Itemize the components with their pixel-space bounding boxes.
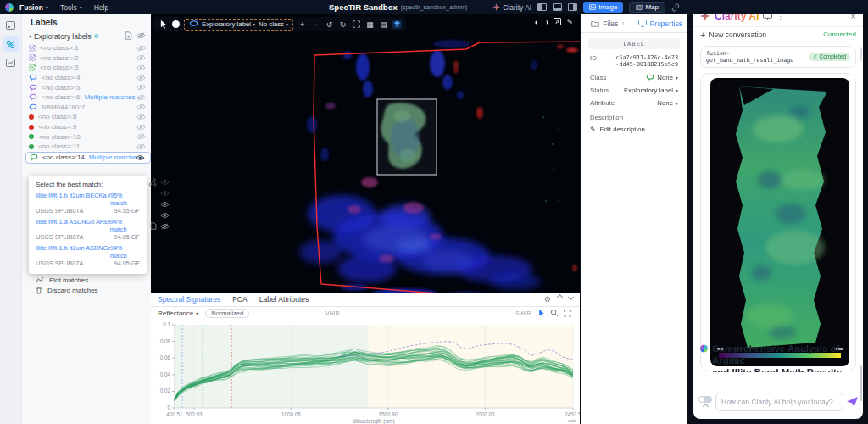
label-list-item[interactable]: <no class>:4	[25, 73, 151, 83]
property-field-id: ID c5a7c911-426c-4e73-dd45-00188235b5c9	[581, 49, 687, 69]
tab-label-attributes[interactable]: Label Attributes	[259, 295, 309, 304]
label-list-item[interactable]: <no class>:14 Multiple matches ▾	[25, 152, 151, 164]
chevron-up-icon[interactable]	[702, 403, 708, 409]
visibility-eye-icon[interactable]	[136, 154, 145, 161]
mode-toggle[interactable]	[698, 396, 712, 403]
send-icon[interactable]	[847, 397, 858, 407]
labels-rail-button[interactable]	[3, 36, 19, 52]
grid-view-icon[interactable]: ▦	[365, 20, 375, 29]
image-view-button[interactable]: Image	[583, 2, 623, 13]
match-row[interactable]: Illite IMt-1.b lt2um ASDNGa...94% match …	[36, 244, 140, 267]
brush-tool-icon[interactable]	[172, 20, 180, 28]
lasso-tool-icon[interactable]	[189, 20, 198, 28]
invert-icon[interactable]: ◑	[544, 18, 548, 26]
map-view-button[interactable]: Map	[629, 2, 665, 13]
chart-h-scrollbar[interactable]	[568, 420, 576, 422]
panels-rail-button[interactable]	[3, 18, 19, 33]
eye-off-icon[interactable]	[160, 223, 170, 230]
eye-icon[interactable]	[160, 179, 170, 186]
visibility-eye-icon[interactable]	[136, 84, 146, 91]
molecule-icon[interactable]	[148, 178, 157, 187]
rotate-cw-icon[interactable]: ↻	[338, 20, 348, 29]
expand-icon[interactable]	[568, 294, 574, 300]
menu-tools[interactable]: Tools▾	[54, 0, 88, 14]
menu-help[interactable]: Help	[88, 0, 114, 14]
property-field-status[interactable]: Status Exploratory label▾	[581, 81, 687, 94]
layout-left-panel-icon[interactable]	[537, 3, 547, 11]
label-list-item[interactable]: <no class>:2	[25, 53, 151, 64]
layers-icon[interactable]	[392, 20, 402, 29]
tab-files[interactable]: Files1	[581, 14, 634, 32]
label-list-item[interactable]: <no class>:10	[25, 131, 151, 142]
class-dropdown[interactable]: No class▾	[259, 20, 288, 28]
clarity-scrollbar-top[interactable]	[860, 47, 862, 61]
visibility-eye-icon[interactable]	[136, 45, 146, 52]
label-list-item[interactable]: <no class>:5	[25, 82, 151, 92]
label-list-item[interactable]: <no class>:9	[25, 122, 151, 132]
zoom-in-icon[interactable]: +	[298, 20, 307, 29]
fit-view-icon[interactable]	[352, 20, 361, 28]
rotate-ccw-icon[interactable]: ↺	[325, 20, 334, 29]
spectral-signatures-chart[interactable]: 0 0.02 0.04 0.06 0.08 0.1 400.51 500.93 …	[151, 320, 580, 424]
eye-off-icon[interactable]	[136, 31, 146, 40]
label-list-item[interactable]: <no class>:11	[25, 142, 151, 152]
match-row[interactable]: Illite IMt-1.b lt2um BECKa A...95% match…	[36, 192, 140, 215]
plot-matches-button[interactable]: Plot matches	[36, 275, 140, 285]
multiple-matches-link[interactable]: Multiple matches ▾	[84, 93, 139, 101]
label-list-item[interactable]: NBM044180:7	[25, 103, 151, 113]
chart-settings-gear-icon[interactable]: ⚙	[544, 295, 551, 304]
fullscreen-icon[interactable]	[564, 310, 571, 317]
visibility-eye-icon[interactable]	[136, 54, 146, 61]
clarity-scrollbar[interactable]	[860, 365, 862, 401]
chart-rail-button[interactable]	[3, 55, 19, 70]
draw-icon[interactable]: ✎	[566, 18, 573, 26]
label-type-dropdown[interactable]: Exploratory label▾	[202, 20, 255, 28]
zoom-out-icon[interactable]: −	[311, 20, 320, 29]
link-icon[interactable]	[671, 3, 680, 12]
contrast-icon[interactable]: ◐	[535, 18, 539, 26]
match-row[interactable]: Illite IMt-1.a ASDNGb AREF94% match USGS…	[36, 218, 140, 241]
annotation-text-icon[interactable]: A	[554, 18, 561, 25]
collapse-icon[interactable]	[557, 294, 563, 300]
visibility-eye-icon[interactable]	[136, 133, 146, 140]
band-math-result-image[interactable]	[705, 78, 854, 366]
new-conversation-button[interactable]: + New conversation	[700, 30, 766, 40]
chat-input[interactable]	[721, 398, 837, 406]
selected-label-region[interactable]	[377, 99, 437, 175]
visibility-eye-icon[interactable]	[136, 124, 146, 131]
label-list-item[interactable]: <no class>:8	[25, 112, 151, 122]
tab-spectral-signatures[interactable]: Spectral Signatures	[158, 295, 220, 304]
normalized-pill[interactable]: Normalized	[205, 309, 249, 318]
cursor-tool-icon[interactable]	[159, 20, 168, 29]
visibility-eye-icon[interactable]	[136, 143, 146, 150]
label-list-item[interactable]: <no class>:3	[25, 63, 151, 73]
visibility-eye-icon[interactable]	[136, 64, 146, 71]
chart-cursor-icon[interactable]	[538, 309, 545, 317]
label-list-item[interactable]: <no class>:1	[25, 43, 151, 53]
layout-right-panel-icon[interactable]	[568, 3, 577, 11]
zoom-select-icon[interactable]	[550, 309, 559, 317]
menu-fusion[interactable]: Fusion▾	[14, 0, 54, 14]
visibility-eye-icon[interactable]	[136, 94, 146, 101]
property-field-attribute[interactable]: Attribute None▾	[581, 94, 687, 107]
list-view-icon[interactable]: ▤	[379, 20, 388, 29]
property-field-class[interactable]: Class None▾	[581, 69, 687, 81]
visibility-eye-icon[interactable]	[136, 114, 146, 120]
image-canvas[interactable]: Exploratory label▾ No class▾ + − ↺ ↻ ▦ ▤…	[151, 14, 580, 293]
eye-icon[interactable]	[160, 190, 170, 197]
edit-description-button[interactable]: ✎ Edit description	[581, 121, 687, 137]
tab-properties[interactable]: Properties	[634, 14, 687, 32]
visibility-eye-icon[interactable]	[136, 103, 146, 110]
eye-icon[interactable]	[160, 201, 170, 208]
chat-scroll-area[interactable]: fusion-get_band_math_result_image ✓ Comp…	[693, 42, 863, 382]
eye-icon[interactable]	[160, 212, 170, 219]
layout-bottom-panel-icon[interactable]	[553, 3, 562, 11]
y-axis-mode-dropdown[interactable]: Reflectance▾	[158, 310, 198, 317]
discard-matches-button[interactable]: Discard matches	[36, 285, 140, 295]
add-file-icon[interactable]	[125, 31, 132, 40]
clarity-ai-button[interactable]: Clarity AI	[492, 3, 531, 12]
file-icon[interactable]	[150, 222, 157, 230]
visibility-eye-icon[interactable]	[136, 75, 146, 81]
label-list-item[interactable]: <no class>:6 Multiple matches ▾	[25, 92, 151, 103]
tab-pca[interactable]: PCA	[232, 295, 247, 304]
